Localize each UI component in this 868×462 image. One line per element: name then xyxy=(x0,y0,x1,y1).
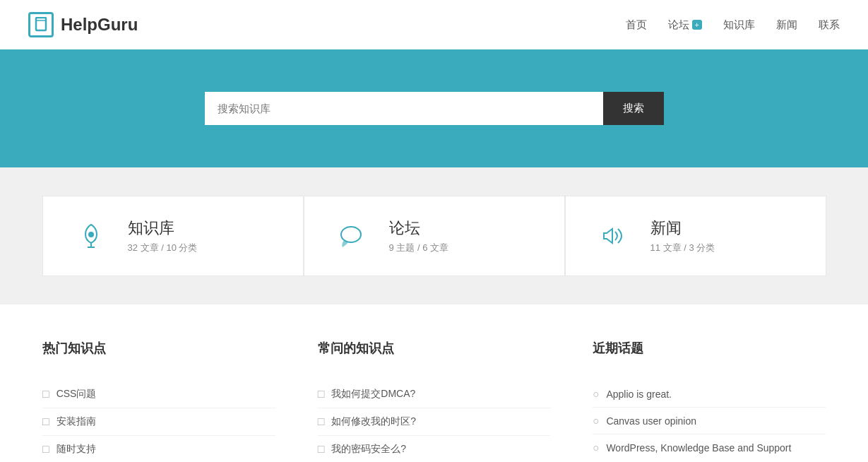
forum-title: 论坛 xyxy=(389,218,449,239)
list-item[interactable]: □ 如何修改我的时区? xyxy=(318,408,551,436)
doc-icon: □ xyxy=(318,443,325,456)
recent-topics-title: 近期话题 xyxy=(593,340,826,364)
nav-home[interactable]: 首页 xyxy=(626,18,647,32)
logo-book-icon xyxy=(34,17,48,32)
svg-point-5 xyxy=(341,227,361,242)
news-title: 新闻 xyxy=(650,218,715,239)
search-button[interactable]: 搜索 xyxy=(603,92,664,125)
bubble-icon: ○ xyxy=(593,442,599,454)
bubble-icon: ○ xyxy=(593,415,599,427)
svg-point-2 xyxy=(88,232,94,237)
forum-info: 论坛 9 主题 / 6 文章 xyxy=(389,218,449,254)
category-kb[interactable]: 知识库 32 文章 / 10 分类 xyxy=(42,196,304,276)
topic-item[interactable]: ○ Canvas user opinion xyxy=(593,408,826,434)
forum-icon xyxy=(333,216,372,256)
nav: 首页 论坛 + 知识库 新闻 联系 xyxy=(626,18,840,32)
hot-knowledge-title: 热门知识点 xyxy=(42,340,275,364)
search-input[interactable] xyxy=(205,92,603,125)
logo-text: HelpGuru xyxy=(61,15,138,35)
forum-badge: + xyxy=(692,20,702,30)
category-forum[interactable]: 论坛 9 主题 / 6 文章 xyxy=(304,196,565,276)
doc-icon: □ xyxy=(42,415,49,428)
content-section: 热门知识点 □ CSS问题 □ 安装指南 □ 随时支持 常问的知识点 □ 我如何… xyxy=(0,304,868,462)
doc-icon: □ xyxy=(318,415,325,428)
nav-contact[interactable]: 联系 xyxy=(819,18,840,32)
kb-title: 知识库 xyxy=(128,218,198,239)
recent-topics-column: 近期话题 ○ Applio is great. ○ Canvas user op… xyxy=(593,340,826,462)
topic-item[interactable]: ○ WordPress, Knowledge Base and Support xyxy=(593,434,826,461)
faq-column: 常问的知识点 □ 我如何提交DMCA? □ 如何修改我的时区? □ 我的密码安全… xyxy=(318,340,551,462)
hot-knowledge-column: 热门知识点 □ CSS问题 □ 安装指南 □ 随时支持 xyxy=(42,340,275,462)
kb-meta: 32 文章 / 10 分类 xyxy=(128,242,198,254)
forum-meta: 9 主题 / 6 文章 xyxy=(389,242,449,254)
list-item[interactable]: □ 安装指南 xyxy=(42,408,275,436)
nav-forum[interactable]: 论坛 + xyxy=(668,18,702,32)
list-item[interactable]: □ CSS问题 xyxy=(42,381,275,408)
kb-info: 知识库 32 文章 / 10 分类 xyxy=(128,218,198,254)
search-bar: 搜索 xyxy=(205,92,664,125)
category-news[interactable]: 新闻 11 文章 / 3 分类 xyxy=(565,196,826,276)
nav-news[interactable]: 新闻 xyxy=(776,18,797,32)
doc-icon: □ xyxy=(42,443,49,456)
news-info: 新闻 11 文章 / 3 分类 xyxy=(650,218,715,254)
news-meta: 11 文章 / 3 分类 xyxy=(650,242,715,254)
news-icon xyxy=(594,216,634,256)
list-item[interactable]: □ 我的密码安全么? xyxy=(318,436,551,462)
doc-icon: □ xyxy=(42,388,49,401)
faq-title: 常问的知识点 xyxy=(318,340,551,364)
kb-icon xyxy=(71,216,111,256)
bubble-icon: ○ xyxy=(593,388,599,400)
categories-section: 知识库 32 文章 / 10 分类 论坛 9 主题 / 6 文章 新闻 1 xyxy=(0,167,868,304)
doc-icon: □ xyxy=(318,388,325,401)
list-item[interactable]: □ 我如何提交DMCA? xyxy=(318,381,551,408)
list-item[interactable]: □ 随时支持 xyxy=(42,436,275,462)
hero-section: 搜索 xyxy=(0,49,868,167)
logo[interactable]: HelpGuru xyxy=(28,12,138,37)
svg-rect-0 xyxy=(36,18,46,30)
header: HelpGuru 首页 论坛 + 知识库 新闻 联系 xyxy=(0,0,868,49)
topic-item[interactable]: ○ Applio is great. xyxy=(593,381,826,408)
nav-kb[interactable]: 知识库 xyxy=(723,18,755,32)
logo-icon xyxy=(28,12,54,37)
